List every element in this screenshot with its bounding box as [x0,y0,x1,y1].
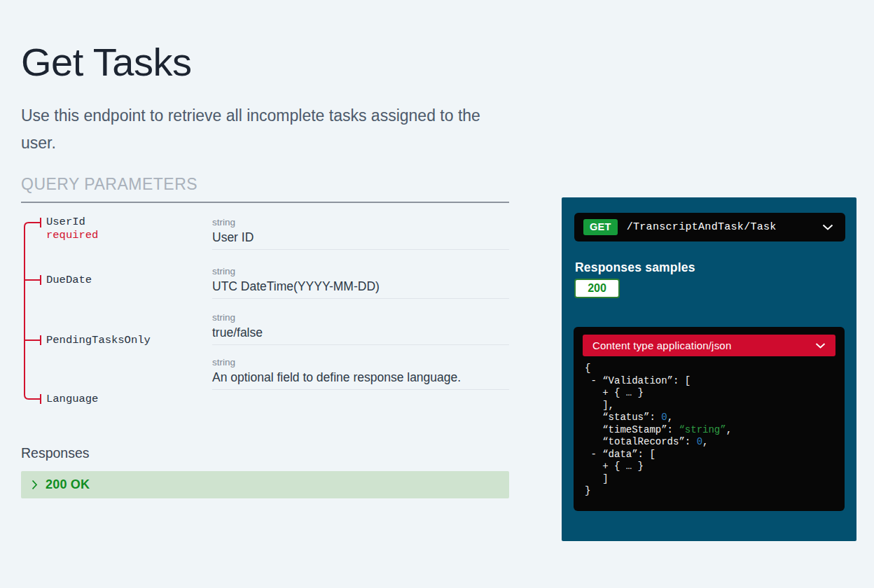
endpoint-dropdown[interactable]: GET /TranscriptAndTask/Task [574,213,845,241]
json-sample-code: { - “Validation”: [ + { … } ], “status”:… [583,363,835,498]
responses-samples-heading: Responses samples [575,260,695,275]
sample-panel: GET /TranscriptAndTask/Task Responses sa… [562,197,856,541]
param-name-userid: UserId required [46,216,98,242]
query-parameters-heading: QUERY PARAMETERS [21,175,509,203]
param-description: User ID [212,230,509,245]
param-detail-row: string User ID [212,217,509,250]
param-type: string [212,357,509,368]
param-name-duedate: DueDate [46,274,92,287]
param-detail-row: string An optional field to define respo… [212,357,509,390]
param-type: string [212,266,509,277]
query-parameters-section: UserId required DueDate PendingTasksOnly… [21,210,509,414]
param-type: string [212,217,509,228]
chevron-down-icon[interactable] [815,343,826,349]
param-description: UTC DateTime(YYYY-MM-DD) [212,279,509,294]
chevron-down-icon[interactable] [822,224,833,230]
param-required-badge: required [46,229,98,242]
param-detail-row: string UTC DateTime(YYYY-MM-DD) [212,266,509,299]
param-type: string [212,312,509,323]
chevron-right-icon [32,479,38,490]
responses-heading: Responses [21,445,90,461]
sample-tab-200[interactable]: 200 [574,279,620,298]
param-description: true/false [212,325,509,340]
endpoint-path: /TranscriptAndTask/Task [627,221,777,233]
response-sample-card: Content type application/json { - “Valid… [574,327,845,511]
param-name-language: Language [46,393,98,406]
http-method-badge: GET [583,219,618,235]
response-status-label: 200 OK [46,477,90,492]
param-name-pendingtasksonly: PendingTasksOnly [46,334,151,347]
content-type-label: Content type application/json [592,340,731,351]
api-doc-page: Get Tasks Use this endpoint to retrieve … [0,0,874,588]
parameter-tree [21,210,42,413]
content-type-dropdown[interactable]: Content type application/json [583,335,835,356]
param-detail-row: string true/false [212,312,509,345]
endpoint-description: Use this endpoint to retrieve all incomp… [21,102,487,157]
page-title: Get Tasks [21,39,191,85]
response-200-row[interactable]: 200 OK [21,471,509,498]
param-description: An optional field to define response lan… [212,370,509,385]
